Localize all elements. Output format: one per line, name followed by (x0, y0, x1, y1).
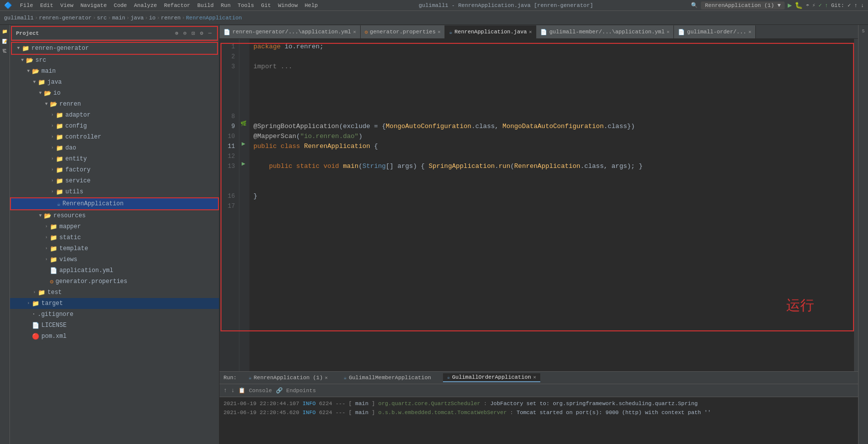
arrow-icon: ▼ (38, 213, 43, 218)
tree-item-views[interactable]: › 📁 views (10, 254, 219, 265)
breadcrumb-src[interactable]: src (97, 15, 107, 21)
tree-item-static[interactable]: › 📁 static (10, 232, 219, 243)
tree-item-renren-app[interactable]: › ☕ RenrenApplication (11, 198, 218, 209)
git-label[interactable]: Git: ✓ ↑ ↓ (831, 2, 864, 8)
tab-gen-props[interactable]: ⚙ generator.properties ✕ (361, 25, 445, 38)
run-button[interactable]: ▶ (788, 1, 792, 9)
menu-window[interactable]: Window (275, 1, 301, 9)
menu-view[interactable]: View (57, 1, 76, 9)
tab-app-yml[interactable]: 📄 renren-generator/...\application.yml ✕ (219, 25, 361, 38)
folder-icon: 📁 (56, 188, 63, 196)
menu-file[interactable]: File (17, 1, 36, 9)
run-gutter-icon-11[interactable]: ▶ (239, 139, 247, 148)
project-icon[interactable]: 📁 (0, 27, 9, 36)
breadcrumb-java[interactable]: java (131, 15, 144, 21)
tree-item-utils[interactable]: › 📁 utils (10, 186, 219, 197)
tree-item-app-yml[interactable]: › 📄 application.yml (10, 265, 219, 276)
tree-item-dao[interactable]: › 📁 dao (10, 143, 219, 153)
breadcrumb-io[interactable]: io (149, 15, 156, 21)
tree-item-gitignore[interactable]: › · .gitignore (10, 309, 219, 320)
commit-icon[interactable]: 📝 (0, 37, 9, 46)
tab-close-btn[interactable]: ✕ (666, 29, 669, 35)
run-tab-member[interactable]: ☕ GulimallMemberApplication (340, 374, 435, 382)
code-editor[interactable]: 1 2 3 8 9 10 11 12 13 16 17 (219, 39, 858, 371)
tree-item-template[interactable]: › 📁 template (10, 243, 219, 254)
code-line-5 (253, 82, 850, 92)
run-gutter-icon-9[interactable]: 🌿 (239, 119, 247, 129)
search-icon[interactable]: 🔍 (691, 2, 698, 8)
scroll-up-btn[interactable]: ↑ (223, 387, 227, 394)
tree-label: controller (65, 134, 101, 141)
run-gutter-icon-13[interactable]: ▶ (239, 158, 247, 168)
breadcrumb-renren[interactable]: renren (161, 15, 181, 21)
tab-close-btn[interactable]: ✕ (529, 29, 532, 35)
breadcrumb-module[interactable]: renren-generator (39, 15, 92, 21)
menu-edit[interactable]: Edit (37, 1, 56, 9)
menu-navigate[interactable]: Navigate (77, 1, 110, 9)
tree-item-resources[interactable]: ▼ 📂 resources (10, 210, 219, 221)
run-config-dropdown[interactable]: RenrenApplication (1) ▼ (701, 1, 785, 9)
tree-item-src[interactable]: ▼ 📂 src (10, 55, 219, 66)
tree-item-mapper[interactable]: › 📁 mapper (10, 221, 219, 232)
line-num-6 (219, 92, 235, 102)
menu-build[interactable]: Build (194, 1, 217, 9)
tree-item-config[interactable]: › 📁 config (10, 121, 219, 132)
tree-item-io[interactable]: ▼ 📂 io (10, 88, 219, 99)
settings-icon[interactable]: ⚙ (199, 29, 205, 37)
tab-member-yml[interactable]: 📄 gulimall-member/...\application.yml ✕ (536, 25, 674, 38)
expand-button[interactable]: ⊡ (190, 29, 197, 37)
profile-button[interactable]: ⚡ (812, 2, 816, 8)
close-panel-button[interactable]: — (207, 29, 213, 37)
tree-item-renren[interactable]: ▼ 📂 renren (10, 99, 219, 110)
breadcrumb-main[interactable]: main (112, 15, 125, 21)
tree-item-main[interactable]: ▼ 📂 main (10, 66, 219, 77)
run-tab-close3[interactable]: ✕ (533, 374, 536, 380)
git-arrow-up[interactable]: ↑ (825, 2, 828, 8)
git-checkmark[interactable]: ✓ (819, 2, 822, 8)
menu-tools[interactable]: Tools (234, 1, 257, 9)
structure-right-icon[interactable]: S (862, 27, 865, 36)
scroll-to-button[interactable]: ⊖ (182, 29, 189, 37)
run-tab-order[interactable]: ☕ GulimallOrderApplication ✕ (443, 373, 540, 382)
tree-item-root[interactable]: ▼ 📁 renren-generator (12, 43, 217, 54)
tree-item-test[interactable]: › 📁 test (10, 287, 219, 298)
tab-order-app[interactable]: 📄 gulimall-order/... ✕ (674, 25, 756, 38)
tree-item-license[interactable]: › 📄 LICENSE (10, 320, 219, 331)
code-content[interactable]: package io.renren; import ... @SpringBoo… (249, 39, 854, 371)
tree-item-controller[interactable]: › 📁 controller (10, 132, 219, 143)
menu-git[interactable]: Git (258, 1, 274, 9)
tree-item-adaptor[interactable]: › 📁 adaptor (10, 110, 219, 121)
tree-item-pom[interactable]: › 🔴 pom.xml (10, 331, 219, 342)
folder-icon: 📁 (50, 234, 57, 242)
menu-code[interactable]: Code (111, 1, 130, 9)
run-tab-renren[interactable]: ☕ RenrenApplication (1) ✕ (244, 374, 332, 382)
tab-close-btn[interactable]: ✕ (353, 29, 356, 35)
tree-item-service[interactable]: › 📁 service (10, 175, 219, 186)
add-scope-button[interactable]: ⊕ (174, 29, 180, 37)
menu-run[interactable]: Run (217, 1, 233, 9)
console-tab-btn[interactable]: 📋 Console (238, 387, 272, 394)
menu-refactor[interactable]: Refactor (161, 1, 194, 9)
tab-renren-app[interactable]: ☕ RenrenApplication.java ✕ (445, 25, 536, 38)
endpoints-tab-btn[interactable]: 🔗 Endpoints (276, 387, 316, 394)
annot-paren: ( (339, 122, 343, 132)
menu-analyze[interactable]: Analyze (131, 1, 160, 9)
breadcrumb-file[interactable]: RenrenApplication (186, 15, 242, 21)
structure-icon[interactable]: 🏗 (0, 47, 9, 56)
vertical-scrollbar[interactable] (854, 39, 858, 371)
tab-close-btn[interactable]: ✕ (748, 29, 751, 35)
tree-label: static (59, 234, 81, 241)
breadcrumb-project[interactable]: gulimall1 (4, 15, 33, 21)
menu-help[interactable]: Help (302, 1, 321, 9)
tree-item-gen-props[interactable]: › ⚙ generator.properties (10, 276, 219, 287)
run-tab-close1[interactable]: ✕ (325, 375, 328, 381)
log-logger-2: o.s.b.w.embedded.tomcat.TomcatWebServer (378, 410, 510, 416)
debug-button[interactable]: 🐛 (795, 1, 803, 9)
coverage-button[interactable]: ☂ (806, 2, 809, 8)
tree-item-java[interactable]: ▼ 📁 java (10, 77, 219, 88)
tree-item-entity[interactable]: › 📁 entity (10, 153, 219, 164)
tab-close-btn[interactable]: ✕ (437, 29, 440, 35)
tree-item-target[interactable]: › 📁 target (10, 298, 219, 309)
tree-item-factory[interactable]: › 📁 factory (10, 164, 219, 175)
scroll-down-btn[interactable]: ↓ (231, 387, 234, 394)
